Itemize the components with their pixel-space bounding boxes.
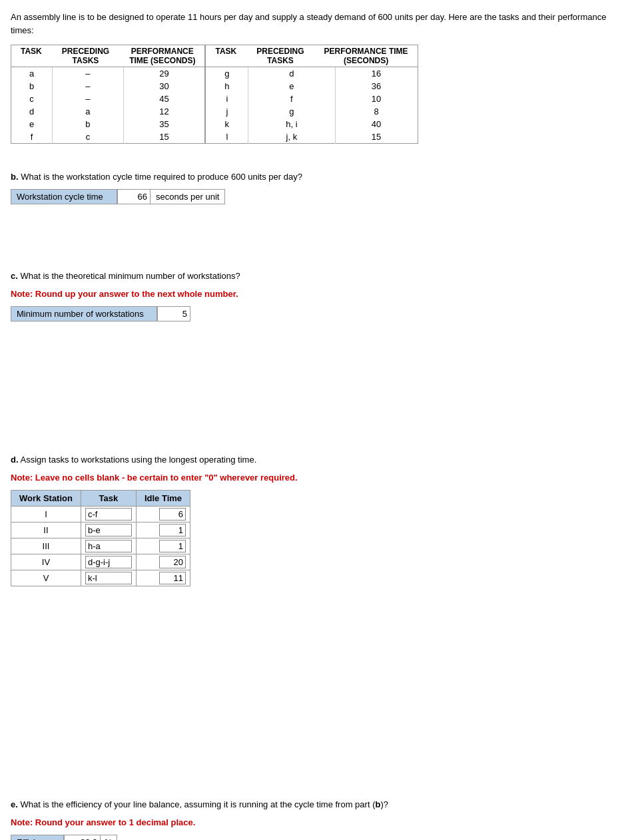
- idle-input[interactable]: [159, 556, 186, 568]
- table-row: c – 45 i f 10: [11, 93, 418, 105]
- task-right: l: [205, 130, 248, 144]
- section-e: e. What is the efficiency of your line b…: [11, 798, 611, 841]
- table-row: b – 30 h e 36: [11, 80, 418, 93]
- col-task-right: TASK: [215, 47, 236, 65]
- col-preceding-left: PRECEDINGTASKS: [62, 47, 109, 65]
- time-right: 40: [335, 118, 418, 130]
- task-left: e: [11, 118, 53, 130]
- question-b-text: b. What is the workstation cycle time re…: [11, 170, 611, 184]
- preceding-left: –: [53, 93, 123, 105]
- question-e-note: Note: Round your answer to 1 decimal pla…: [11, 816, 611, 829]
- time-right: 8: [335, 105, 418, 118]
- time-right: 10: [335, 93, 418, 105]
- preceding-left: –: [53, 80, 123, 93]
- station-label: III: [11, 538, 81, 554]
- task-left: d: [11, 105, 53, 118]
- idle-cell[interactable]: [136, 538, 190, 554]
- idle-input[interactable]: [159, 572, 186, 584]
- task-input[interactable]: [85, 556, 132, 568]
- workstation-table: Work Station Task Idle Time I II III: [11, 490, 190, 586]
- section-c: c. What is the theoretical minimum numbe…: [11, 270, 611, 321]
- question-e-text: e. What is the efficiency of your line b…: [11, 798, 611, 811]
- task-left: b: [11, 80, 53, 93]
- task-cell[interactable]: [81, 570, 136, 586]
- efficiency-label: Efficiency: [11, 835, 64, 841]
- task-cell[interactable]: [81, 538, 136, 554]
- efficiency-input[interactable]: [64, 835, 101, 841]
- min-workstations-label: Minimum number of workstations: [11, 306, 157, 321]
- task-right: i: [205, 93, 248, 105]
- min-workstations-input[interactable]: [157, 306, 190, 321]
- time-right: 36: [335, 80, 418, 93]
- table-row: III: [11, 538, 190, 554]
- preceding-left: c: [53, 130, 123, 144]
- ws-col-task: Task: [81, 490, 136, 506]
- task-right: k: [205, 118, 248, 130]
- preceding-right: g: [248, 105, 335, 118]
- idle-input[interactable]: [159, 524, 186, 536]
- time-right: 15: [335, 130, 418, 144]
- task-cell[interactable]: [81, 506, 136, 522]
- question-c-note: Note: Round up your answer to the next w…: [11, 288, 611, 301]
- preceding-left: a: [53, 105, 123, 118]
- table-row: V: [11, 570, 190, 586]
- task-right: h: [205, 80, 248, 93]
- idle-cell[interactable]: [136, 522, 190, 538]
- task-left: a: [11, 67, 53, 81]
- question-c-text: c. What is the theoretical minimum numbe…: [11, 270, 611, 283]
- time-left: 15: [123, 130, 205, 144]
- task-cell[interactable]: [81, 522, 136, 538]
- preceding-right: h, i: [248, 118, 335, 130]
- table-row: IV: [11, 554, 190, 570]
- task-cell[interactable]: [81, 554, 136, 570]
- idle-cell[interactable]: [136, 570, 190, 586]
- idle-input[interactable]: [159, 508, 186, 521]
- table-row: a – 29 g d 16: [11, 67, 418, 81]
- time-right: 16: [335, 67, 418, 81]
- task-input[interactable]: [85, 508, 132, 521]
- task-right: j: [205, 105, 248, 118]
- preceding-right: e: [248, 80, 335, 93]
- cycle-time-input[interactable]: [117, 189, 151, 204]
- table-row: e b 35 k h, i 40: [11, 118, 418, 130]
- idle-input[interactable]: [159, 540, 186, 552]
- task-right: g: [205, 67, 248, 81]
- question-d-note: Note: Leave no cells blank - be certain …: [11, 471, 611, 485]
- station-label: V: [11, 570, 81, 586]
- task-input[interactable]: [85, 572, 132, 584]
- station-label: I: [11, 506, 81, 522]
- preceding-right: f: [248, 93, 335, 105]
- idle-cell[interactable]: [136, 506, 190, 522]
- station-label: IV: [11, 554, 81, 570]
- preceding-right: j, k: [248, 130, 335, 144]
- task-left: f: [11, 130, 53, 144]
- table-row: f c 15 l j, k 15: [11, 130, 418, 144]
- station-label: II: [11, 522, 81, 538]
- section-d: d. Assign tasks to workstations using th…: [11, 453, 611, 586]
- task-left: c: [11, 93, 53, 105]
- col-perf-left: PERFORMANCETIME (SECONDS): [129, 47, 195, 65]
- time-left: 45: [123, 93, 205, 105]
- section-b: b. What is the workstation cycle time re…: [11, 170, 611, 204]
- idle-cell[interactable]: [136, 554, 190, 570]
- preceding-right: d: [248, 67, 335, 81]
- task-table-container: TASK PRECEDINGTASKS PERFORMANCETIME (SEC…: [11, 45, 611, 144]
- preceding-left: b: [53, 118, 123, 130]
- cycle-time-label: Workstation cycle time: [11, 189, 117, 204]
- preceding-left: –: [53, 67, 123, 81]
- efficiency-unit: %: [101, 835, 117, 841]
- task-input[interactable]: [85, 524, 132, 536]
- task-input[interactable]: [85, 540, 132, 552]
- col-preceding-right: PRECEDINGTASKS: [256, 47, 304, 65]
- table-row: II: [11, 522, 190, 538]
- time-left: 29: [123, 67, 205, 81]
- ws-col-station: Work Station: [11, 490, 81, 506]
- time-left: 12: [123, 105, 205, 118]
- col-perf-right: PERFORMANCE TIME(SECONDS): [324, 47, 408, 65]
- table-row: I: [11, 506, 190, 522]
- ws-col-idle: Idle Time: [136, 490, 190, 506]
- table-row: d a 12 j g 8: [11, 105, 418, 118]
- col-task-left: TASK: [21, 47, 42, 65]
- intro-text: An assembly line is to be designed to op…: [11, 11, 611, 37]
- time-left: 35: [123, 118, 205, 130]
